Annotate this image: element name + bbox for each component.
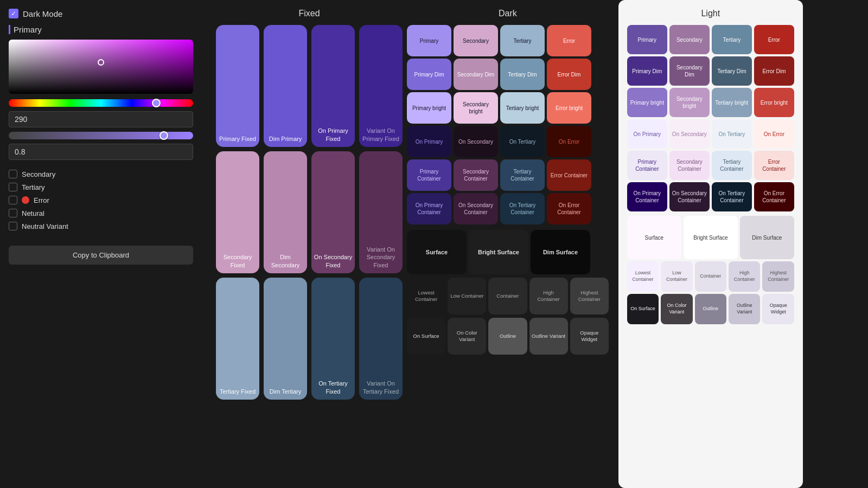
dark-outline-swatch: On Surface bbox=[407, 318, 445, 355]
light-color-swatch: On Primary Container bbox=[627, 182, 667, 211]
hue-slider-wrap bbox=[9, 99, 203, 107]
dark-surface-swatch: Bright Surface bbox=[469, 230, 528, 274]
dark-color-swatch: Error bright bbox=[547, 92, 591, 124]
dark-color-swatch: Primary Container bbox=[407, 159, 451, 191]
fixed-swatch: Tertiary Fixed bbox=[216, 278, 259, 400]
cb-secondary[interactable] bbox=[9, 170, 17, 178]
light-color-swatch: Tertiary bright bbox=[712, 88, 752, 117]
dark-outline-swatch: Outline Variant bbox=[529, 318, 568, 355]
light-color-swatch: On Tertiary Container bbox=[712, 182, 752, 211]
dark-title: Dark bbox=[407, 9, 609, 18]
error-icon bbox=[22, 196, 29, 204]
dark-color-swatch: On Error Container bbox=[547, 193, 591, 224]
fixed-swatch: Dim Secondary bbox=[264, 151, 307, 273]
checkbox-tertiary[interactable]: Tertiary bbox=[9, 183, 203, 191]
color-picker[interactable] bbox=[9, 40, 193, 94]
dark-mode-toggle[interactable]: ✓ Dark Mode bbox=[9, 9, 203, 18]
light-surface-swatch: Surface bbox=[627, 216, 681, 259]
dark-color-swatch: Error Container bbox=[547, 159, 591, 191]
light-color-swatch: Error Dim bbox=[754, 56, 794, 86]
dark-color-swatch: On Tertiary bbox=[500, 126, 545, 157]
dark-color-swatch: Secondary bbox=[454, 25, 498, 56]
light-outline-swatch: Outline bbox=[695, 294, 726, 324]
chroma-slider[interactable] bbox=[9, 132, 193, 139]
fixed-title: Fixed bbox=[216, 9, 403, 18]
light-color-swatch: On Error bbox=[754, 119, 794, 149]
light-color-swatch: On Tertiary bbox=[712, 119, 752, 149]
light-color-swatch: On Error Container bbox=[754, 182, 794, 211]
dark-container-swatch: High Container bbox=[529, 278, 568, 314]
cb-netural-label: Netural bbox=[22, 209, 44, 217]
light-color-swatch: Primary bbox=[627, 25, 667, 54]
light-color-swatch: Tertiary Dim bbox=[712, 56, 752, 86]
dark-container-swatch: Low Container bbox=[448, 278, 486, 314]
fixed-swatch: On Primary Fixed bbox=[311, 25, 355, 147]
light-color-swatch: On Secondary bbox=[669, 119, 710, 149]
cb-error[interactable] bbox=[9, 196, 17, 204]
light-container-swatch: Low Container bbox=[661, 261, 692, 292]
light-outline-swatch: Outline Variant bbox=[729, 294, 760, 324]
dark-containers: Lowest ContainerLow ContainerContainerHi… bbox=[407, 274, 609, 314]
dark-color-swatch: Tertiary Dim bbox=[500, 59, 545, 90]
light-container-swatch: Container bbox=[695, 261, 726, 292]
dark-color-swatch: Tertiary Container bbox=[500, 159, 545, 191]
cb-neutral-variant[interactable] bbox=[9, 222, 17, 230]
dark-outline-swatch: Outline bbox=[488, 318, 527, 355]
dark-container-swatch: Container bbox=[488, 278, 527, 314]
dark-mode-label: Dark Mode bbox=[23, 9, 62, 18]
dark-surface-swatch: Dim Surface bbox=[531, 230, 590, 274]
hue-input[interactable] bbox=[9, 111, 193, 127]
light-outline-swatch: On Color Variant bbox=[661, 294, 692, 324]
dark-mode-checkbox[interactable]: ✓ bbox=[9, 9, 18, 18]
fixed-swatch: Primary Fixed bbox=[216, 25, 259, 147]
chroma-input[interactable] bbox=[9, 144, 193, 160]
checkbox-netural[interactable]: Netural bbox=[9, 209, 203, 217]
light-color-swatch: Tertiary bbox=[712, 25, 752, 54]
dark-container-swatch: Lowest Container bbox=[407, 278, 445, 314]
cb-tertiary[interactable] bbox=[9, 183, 17, 191]
dark-surfaces: SurfaceBright SurfaceDim Surface bbox=[407, 227, 609, 274]
dark-outline-swatch: Opaque Widget bbox=[570, 318, 609, 355]
fixed-section: Fixed Primary FixedDim PrimaryOn Primary… bbox=[212, 0, 403, 488]
chroma-thumb bbox=[159, 131, 168, 140]
light-title: Light bbox=[627, 9, 794, 18]
light-container-swatch: Lowest Container bbox=[627, 261, 659, 292]
light-outline-swatch: On Surface bbox=[627, 294, 659, 324]
dark-color-swatch: Secondary bright bbox=[454, 92, 498, 124]
dark-surface-swatch: Surface bbox=[407, 230, 467, 274]
hue-slider[interactable] bbox=[9, 99, 193, 107]
checkbox-neutral-variant[interactable]: Neutral Variant bbox=[9, 222, 203, 230]
cb-netural[interactable] bbox=[9, 209, 17, 217]
fixed-swatch: Secondary Fixed bbox=[216, 151, 259, 273]
fixed-swatch: Variant On Tertiary Fixed bbox=[359, 278, 403, 400]
dark-color-swatch: Secondary Dim bbox=[454, 59, 498, 90]
checkbox-secondary[interactable]: Secondary bbox=[9, 170, 203, 178]
dark-color-swatch: Tertiary bright bbox=[500, 92, 545, 124]
dark-color-swatch: On Primary bbox=[407, 126, 451, 157]
color-picker-cursor bbox=[98, 59, 104, 66]
fixed-swatch: On Secondary Fixed bbox=[311, 151, 355, 273]
light-panel: Light PrimarySecondaryTertiaryErrorPrima… bbox=[618, 0, 803, 488]
dark-container-swatch: Highest Container bbox=[570, 278, 609, 314]
checkboxes: Secondary Tertiary Error Netural Neutral… bbox=[9, 170, 203, 230]
dark-color-swatch: Primary bright bbox=[407, 92, 451, 124]
dark-outline-swatch: On Color Variant bbox=[448, 318, 486, 355]
light-color-swatch: Primary bright bbox=[627, 88, 667, 117]
dark-grid: PrimarySecondaryTertiaryErrorPrimary Dim… bbox=[407, 25, 609, 227]
dark-outlines: On SurfaceOn Color VariantOutlineOutline… bbox=[407, 314, 609, 355]
cb-error-label: Error bbox=[34, 196, 49, 204]
light-container-swatch: High Container bbox=[729, 261, 760, 292]
light-outlines: On SurfaceOn Color VariantOutlineOutline… bbox=[627, 294, 794, 324]
dark-color-swatch: Secondary Container bbox=[454, 159, 498, 191]
left-panel: ✓ Dark Mode Primary Secondary Tertiary E… bbox=[0, 0, 212, 488]
dark-color-swatch: On Secondary bbox=[454, 126, 498, 157]
cb-secondary-label: Secondary bbox=[22, 170, 55, 178]
copy-button[interactable]: Copy to Clipboard bbox=[9, 246, 193, 265]
checkbox-error[interactable]: Error bbox=[9, 196, 203, 204]
dark-section: Dark PrimarySecondaryTertiaryErrorPrimar… bbox=[403, 0, 613, 488]
dark-color-swatch: On Secondary Container bbox=[454, 193, 498, 224]
light-color-swatch: Tertiary Container bbox=[712, 151, 752, 180]
dark-color-swatch: On Tertiary Container bbox=[500, 193, 545, 224]
dark-color-swatch: On Primary Container bbox=[407, 193, 451, 224]
light-color-swatch: Secondary Dim bbox=[669, 56, 710, 86]
